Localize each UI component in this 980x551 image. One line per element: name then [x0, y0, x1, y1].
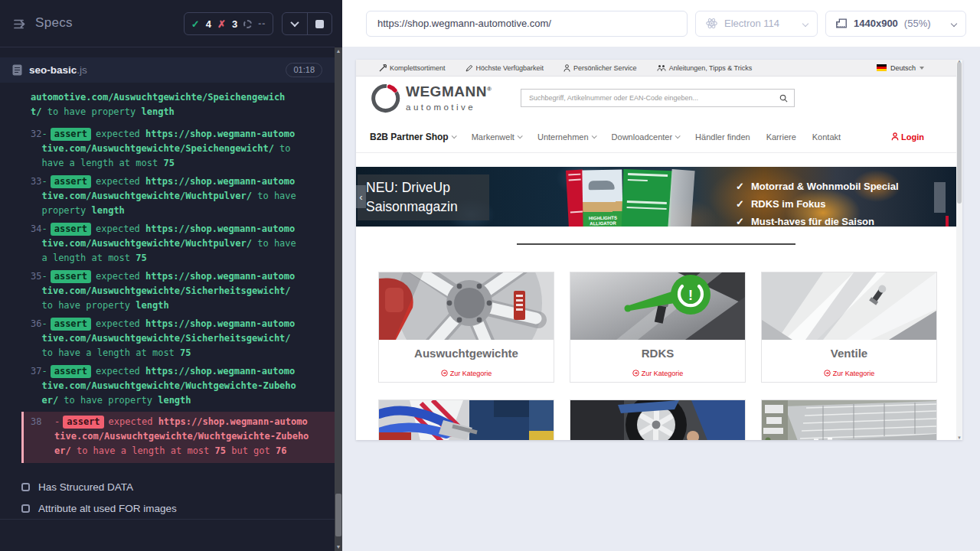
category-card[interactable]: ! RDKSZur Kategorie: [570, 272, 746, 383]
hero-banner[interactable]: NEU: DriveUp Saisonmagazin HIGHLIGHTS AL…: [356, 167, 956, 227]
message-segment: to have a length at most: [71, 445, 215, 456]
stop-button[interactable]: [307, 13, 332, 34]
nav-item-kontakt[interactable]: Kontakt: [812, 132, 841, 142]
people-icon: [657, 64, 666, 71]
check-icon: ✓: [736, 198, 744, 210]
message-segment: to have property: [58, 395, 158, 406]
message-segment: length: [136, 300, 168, 311]
specs-list-icon[interactable]: [14, 18, 29, 33]
spec-file-row[interactable]: seo-basic.js 01:18: [0, 57, 335, 83]
category-card-partial[interactable]: [570, 399, 746, 440]
chevron-down-icon: [802, 20, 808, 26]
site-scroll-down-icon[interactable]: ▼: [956, 435, 962, 440]
utility-item[interactable]: Persönlicher Service: [564, 64, 637, 72]
assert-badge: assert: [51, 318, 91, 331]
viewport-selector[interactable]: 1440x900 (55%): [825, 11, 966, 37]
category-link[interactable]: Zur Kategorie: [632, 370, 684, 377]
dash: -: [41, 318, 47, 329]
utility-item[interactable]: Komplettsortiment: [379, 64, 446, 72]
dash: -: [41, 271, 47, 282]
category-link[interactable]: Zur Kategorie: [441, 370, 492, 377]
collapse-button[interactable]: [283, 13, 307, 34]
scroll-down-icon[interactable]: ▼: [335, 543, 342, 551]
log-assertion-row[interactable]: 35-assertexpected https://shop.wegmann-a…: [0, 269, 335, 313]
nav-item-b2b-partner-shop[interactable]: B2B Partner Shop: [370, 132, 456, 142]
browser-selector[interactable]: Electron 114: [695, 11, 818, 37]
site-scrollbar-thumb[interactable]: [957, 62, 962, 204]
assertion-message: -assertexpected https://shop.wegmann-aut…: [41, 127, 298, 171]
viewport-size: 1440x900: [854, 18, 898, 29]
pending-test-label: Attribute alt used FOR images: [38, 503, 177, 514]
dash: -: [41, 176, 47, 187]
pending-test-label: Has Strucured DATA: [38, 481, 133, 493]
banner-check-label: Must-haves für die Saison: [751, 216, 874, 227]
site-search-input[interactable]: [528, 93, 779, 103]
category-card[interactable]: AuswuchtgewichteZur Kategorie: [378, 272, 554, 383]
login-person-icon: [891, 132, 899, 141]
url-input[interactable]: [376, 17, 678, 30]
ruler-icon: [835, 18, 848, 29]
url-bar[interactable]: [366, 11, 688, 37]
message-segment: length: [91, 205, 124, 216]
reporter-scrollbar[interactable]: ▲ ▼: [335, 47, 342, 551]
banner-check-row: ✓Must-haves für die Saison: [736, 213, 899, 227]
nav-item-markenwelt[interactable]: Markenwelt: [472, 132, 521, 142]
category-card-body: RDKSZur Kategorie: [570, 340, 745, 382]
banner-checklist: ✓Motorrad & Wohnmobil Special✓RDKS im Fo…: [736, 178, 899, 227]
banner-check-row: ✓Motorrad & Wohnmobil Special: [736, 178, 899, 195]
carousel-next-button[interactable]: [934, 182, 946, 213]
scroll-up-icon[interactable]: ▲: [335, 47, 342, 55]
banner-title-line1: NEU: DriveUp: [366, 180, 450, 195]
log-assertion-row[interactable]: 33-assertexpected https://shop.wegmann-a…: [0, 174, 335, 218]
category-card[interactable]: VentileZur Kategorie: [761, 272, 937, 383]
category-link[interactable]: Zur Kategorie: [824, 370, 875, 377]
nav-item-karriere[interactable]: Karriere: [766, 132, 796, 142]
line-number: 32: [0, 127, 41, 171]
log-assertion-row[interactable]: 34-assertexpected https://shop.wegmann-a…: [0, 222, 335, 266]
assert-badge: assert: [51, 175, 91, 188]
spec-duration-badge: 01:18: [286, 63, 322, 77]
site-search-box[interactable]: [521, 89, 795, 107]
carousel-prev-button[interactable]: ‹: [356, 185, 366, 208]
caret-down-icon: [920, 67, 924, 70]
wegmann-logo[interactable]: WEGMANN® automotive: [370, 83, 492, 113]
assert-badge: assert: [51, 270, 91, 283]
utility-item[interactable]: Anleitungen, Tipps & Tricks: [657, 64, 753, 72]
utility-item-label: Persönlicher Service: [573, 64, 637, 72]
log-assertion-row[interactable]: 37-assertexpected https://shop.wegmann-a…: [0, 364, 335, 408]
language-selector[interactable]: Deutsch: [877, 64, 924, 72]
magazine-pages: [668, 169, 694, 227]
banner-title-line2: Saisonmagazin: [366, 199, 458, 214]
runner-controls: [282, 12, 332, 35]
assert-badge: assert: [63, 416, 103, 429]
assertion-message: -assertexpected https://shop.wegmann-aut…: [41, 222, 298, 266]
pending-test-row[interactable]: Attribute alt used FOR images: [0, 497, 335, 519]
log-assertion-row[interactable]: automotive.com/Auswuchtgewichte/Speichen…: [0, 90, 335, 119]
login-button[interactable]: Login: [891, 132, 924, 142]
category-card-partial[interactable]: [378, 399, 554, 440]
utility-item[interactable]: Höchste Verfügbarkeit: [466, 64, 544, 72]
category-image-white-wheel-valve: [762, 272, 936, 340]
message-segment: length: [142, 106, 175, 117]
log-assertion-row[interactable]: 38-assertexpected https://shop.wegmann-a…: [21, 412, 335, 463]
reporter-scrollbar-thumb[interactable]: [335, 494, 341, 536]
log-assertion-row[interactable]: 36-assertexpected https://shop.wegmann-a…: [0, 317, 335, 360]
category-link-label: Zur Kategorie: [833, 370, 875, 377]
log-assertion-row[interactable]: 32-assertexpected https://shop.wegmann-a…: [0, 127, 335, 171]
pending-test-row[interactable]: Has Strucured DATA: [0, 476, 335, 497]
search-icon[interactable]: [779, 94, 788, 103]
caret-down-icon: [518, 133, 523, 139]
nav-item-label: B2B Partner Shop: [370, 132, 449, 142]
nav-item-downloadcenter[interactable]: Downloadcenter: [612, 132, 680, 142]
category-card-partial[interactable]: [761, 399, 937, 440]
circle-arrow-icon: [441, 370, 448, 377]
svg-text:!: !: [688, 288, 693, 303]
check-icon: ✓: [736, 181, 744, 192]
nav-item-h-ndler-finden[interactable]: Händler finden: [695, 132, 750, 142]
brand-name: WEGMANN®: [406, 83, 492, 99]
site-scrollbar[interactable]: ▲ ▼: [956, 60, 962, 440]
dash: -: [41, 129, 47, 139]
logo-ring-icon: [370, 83, 400, 113]
assertion-message: -assertexpected https://shop.wegmann-aut…: [41, 364, 298, 408]
nav-item-unternehmen[interactable]: Unternehmen: [537, 132, 596, 142]
